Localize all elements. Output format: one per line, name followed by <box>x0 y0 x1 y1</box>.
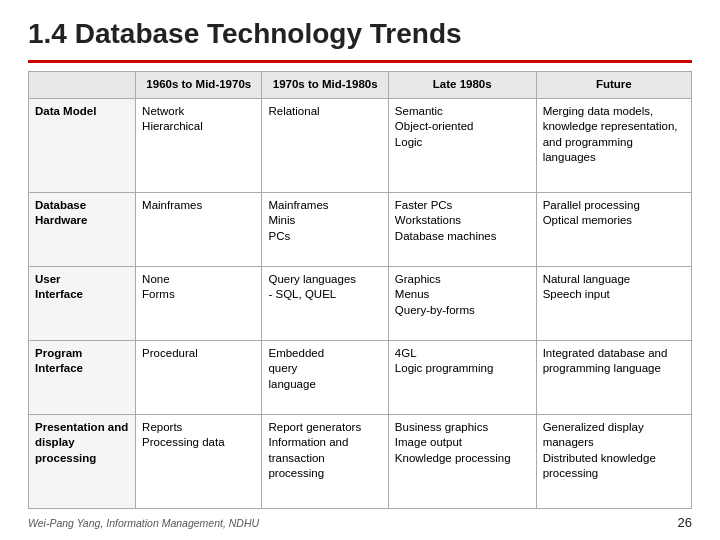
row-header-data-model: Data Model <box>29 98 136 192</box>
cell-program-interface-col1: Procedural <box>136 340 262 414</box>
cell-program-interface-col4: Integrated database and programming lang… <box>536 340 691 414</box>
red-divider <box>28 60 692 63</box>
cell-user-interface-col1: NoneForms <box>136 266 262 340</box>
page-title: 1.4 Database Technology Trends <box>28 18 692 50</box>
table-row: Data Model NetworkHierarchical Relationa… <box>29 98 692 192</box>
cell-presentation-col4: Generalized display managersDistributed … <box>536 414 691 508</box>
cell-user-interface-col2: Query languages- SQL, QUEL <box>262 266 388 340</box>
cell-presentation-col1: ReportsProcessing data <box>136 414 262 508</box>
cell-data-model-col3: SemanticObject-orientedLogic <box>388 98 536 192</box>
cell-db-hardware-col1: Mainframes <box>136 192 262 266</box>
cell-presentation-col3: Business graphicsImage outputKnowledge p… <box>388 414 536 508</box>
cell-db-hardware-col2: MainframesMinisPCs <box>262 192 388 266</box>
cell-presentation-col2: Report generatorsInformation and transac… <box>262 414 388 508</box>
footer-author: Wei-Pang Yang, Information Management, N… <box>28 517 259 529</box>
cell-program-interface-col3: 4GLLogic programming <box>388 340 536 414</box>
cell-data-model-col2: Relational <box>262 98 388 192</box>
header-col2: 1970s to Mid-1980s <box>262 72 388 99</box>
row-header-db-hardware: DatabaseHardware <box>29 192 136 266</box>
cell-user-interface-col3: GraphicsMenusQuery-by-forms <box>388 266 536 340</box>
header-empty <box>29 72 136 99</box>
cell-user-interface-col4: Natural languageSpeech input <box>536 266 691 340</box>
row-header-program-interface: ProgramInterface <box>29 340 136 414</box>
header-col3: Late 1980s <box>388 72 536 99</box>
row-header-presentation: Presentation and display processing <box>29 414 136 508</box>
slide-page: 1.4 Database Technology Trends 1960s to … <box>0 0 720 540</box>
cell-db-hardware-col4: Parallel processingOptical memories <box>536 192 691 266</box>
table-row: UserInterface NoneForms Query languages-… <box>29 266 692 340</box>
cell-program-interface-col2: Embeddedquerylanguage <box>262 340 388 414</box>
header-col1: 1960s to Mid-1970s <box>136 72 262 99</box>
cell-data-model-col4: Merging data models, knowledge represent… <box>536 98 691 192</box>
cell-db-hardware-col3: Faster PCsWorkstationsDatabase machines <box>388 192 536 266</box>
row-header-user-interface: UserInterface <box>29 266 136 340</box>
table-row: Presentation and display processing Repo… <box>29 414 692 508</box>
footer-page-number: 26 <box>678 515 692 530</box>
table-row: ProgramInterface Procedural Embeddedquer… <box>29 340 692 414</box>
footer: Wei-Pang Yang, Information Management, N… <box>28 515 692 530</box>
table-row: DatabaseHardware Mainframes MainframesMi… <box>29 192 692 266</box>
trends-table: 1960s to Mid-1970s 1970s to Mid-1980s La… <box>28 71 692 509</box>
header-col4: Future <box>536 72 691 99</box>
cell-data-model-col1: NetworkHierarchical <box>136 98 262 192</box>
